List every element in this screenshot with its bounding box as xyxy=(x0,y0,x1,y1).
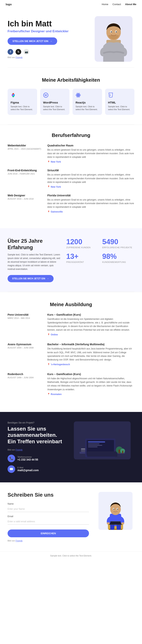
skills-title: Meine Arbeitsfähigkeiten xyxy=(7,77,135,83)
company-3: Florida Universität xyxy=(47,194,135,197)
form-email-label: Email xyxy=(7,515,89,518)
edu-left-1: Penn Universität MÄRZ 2014 – MAI 2014 xyxy=(7,313,42,336)
hero-freepik-link[interactable]: Freepik xyxy=(15,56,22,58)
instagram-icon[interactable]: 📷 xyxy=(23,49,29,55)
stat-label-3: PREISGEKRÖNT xyxy=(66,261,98,263)
edu-date-1: MÄRZ 2014 – MAI 2014 xyxy=(7,317,42,319)
company-1: Quadratischer Raum xyxy=(47,144,135,147)
skill-card-html: 5 HTML Sample text. Click to select the … xyxy=(105,89,135,115)
exp-desc-1: Bis zu einem gewissen Grad ist es uns ge… xyxy=(47,148,135,159)
form-email-input[interactable] xyxy=(7,518,89,524)
cta-section: Benötigen Sie ein Projekt? Lassen Sie un… xyxy=(0,412,142,482)
facebook-icon[interactable]: f xyxy=(7,49,13,55)
footer-text: Sample text. Click to select the Text El… xyxy=(50,554,92,557)
exp-right-1: Quadratischer Raum Bis zu einem gewissen… xyxy=(47,144,135,163)
cta-email-value: matt@gmail.com xyxy=(17,469,39,472)
nav-link-home[interactable]: Home xyxy=(102,3,108,6)
edu-desc-1: Gamification ist die Anwendung von Spiel… xyxy=(47,317,135,332)
svg-text:W: W xyxy=(45,94,47,97)
edu-desc-3: Ich habe die Highschool abgeschlossen un… xyxy=(47,377,135,392)
svg-rect-30 xyxy=(87,452,117,457)
form-name-input[interactable] xyxy=(7,506,89,512)
nav-link-contact[interactable]: Contact xyxy=(112,3,121,6)
svg-rect-34 xyxy=(122,451,123,454)
edu-left-3: Rodenborch AUGUST 1999 – JUNI 2004 xyxy=(7,372,42,396)
edu-date-3: AUGUST 1999 – JUNI 2004 xyxy=(7,376,42,379)
hero-socials: f 𝕏 📷 xyxy=(7,49,93,55)
exp-location-2: New York xyxy=(47,186,135,188)
stats-section: Über 25 Jahre Erfahrung Sample text. Cli… xyxy=(0,228,142,292)
svg-point-51 xyxy=(107,522,110,524)
cta-left: Benötigen Sie ein Projekt? Lassen Sie un… xyxy=(7,422,64,473)
svg-rect-27 xyxy=(88,444,99,444)
cta-laptop-image xyxy=(74,422,131,460)
hero-image-container xyxy=(93,16,135,62)
skill-desc-html: Sample text. Click to select the Text El… xyxy=(108,105,132,111)
exp-right-2: SiriusXM Bis zu einem gewissen Grad ist … xyxy=(47,169,135,188)
stats-desc: Sample text. Click to select the Text El… xyxy=(7,253,61,271)
nav-link-about[interactable]: About Me xyxy=(125,3,136,6)
exp-desc-3: Bis zu einem gewissen Grad ist es uns ge… xyxy=(47,198,135,209)
form-title: Schreiben Sie uns xyxy=(7,492,89,498)
stat-label-4: KUNDENBEWERTUNG xyxy=(102,261,135,263)
edu-left-2: Avans Gymnasium AUGUST 2004 – JUNI 2008 xyxy=(7,343,42,366)
stats-cta-button[interactable]: STELLEN SIE MICH JETZT EIN xyxy=(7,275,54,282)
form-submit-button[interactable]: EINREICHEN xyxy=(7,530,89,537)
twitter-icon[interactable]: 𝕏 xyxy=(15,49,21,55)
edu-right-3: Kurs – Gamification (Kurs) Ich habe die … xyxy=(47,372,135,396)
svg-point-11 xyxy=(12,94,13,96)
cta-phone-item: 📞 Telefonnummer +1 232 343 44 55 xyxy=(7,455,64,462)
cta-phone-text: Telefonnummer +1 232 343 44 55 xyxy=(17,456,38,461)
job-date-1: APRIL 2021 – 2023 (GEGENWART) xyxy=(7,148,42,150)
svg-point-7 xyxy=(111,31,112,32)
cta-right xyxy=(70,422,135,460)
footer: Sample text. Click to select the Text El… xyxy=(0,551,142,560)
exp-right-3: Florida Universität Bis zu einem gewisse… xyxy=(47,194,135,213)
cta-heading: Lassen Sie uns zusammenarbeiten. Ein Tre… xyxy=(7,426,64,445)
school-1: Penn Universität xyxy=(7,313,42,316)
skill-name-html: HTML xyxy=(108,101,132,104)
svg-rect-28 xyxy=(88,445,102,446)
cta-freepik-link[interactable]: Freepik xyxy=(15,448,22,451)
course-1: Kurs – Gamification (Kurs) xyxy=(47,313,135,316)
exp-row-1: Webentwickler APRIL 2021 – 2023 (GEGENWA… xyxy=(7,144,135,163)
edu-row-1: Penn Universität MÄRZ 2014 – MAI 2014 Ku… xyxy=(7,313,135,336)
form-freepik-link[interactable]: Freepik xyxy=(15,540,22,542)
stat-item-1: 1200 ZUFRIEDENE KUNDEN xyxy=(66,238,98,248)
figma-icon xyxy=(11,92,34,99)
edu-desc-2: Die Ausbildung bestand hauptsächlich aus… xyxy=(47,347,135,362)
company-2: SiriusXM xyxy=(47,169,135,172)
nav-logo[interactable]: logo xyxy=(6,3,12,6)
edu-date-2: AUGUST 2004 – JUNI 2008 xyxy=(7,346,42,349)
stat-num-2: 5490 xyxy=(102,238,135,246)
edu-location-1: Online xyxy=(47,333,135,336)
skill-desc-wordpress: Sample text. Click to select the Text El… xyxy=(43,105,67,111)
svg-point-49 xyxy=(113,508,114,510)
experience-title: Berufserfahrung xyxy=(7,132,135,138)
skill-name-react: Reactjs xyxy=(75,101,99,104)
form-group-email: Email xyxy=(7,515,89,524)
hero-title: Ich bin Matt xyxy=(7,19,93,28)
hero-cta-button[interactable]: STELLEN SIE MICH JETZT EIN xyxy=(7,38,57,45)
exp-left-2: Front-End-Entwicklung JUNI 2018 – FEBRUA… xyxy=(7,169,42,188)
hero-text: Ich bin Matt Freiberuflicher Designer un… xyxy=(7,19,93,58)
cta-image-credit: Bild von Freepik xyxy=(7,448,64,451)
form-person-image xyxy=(98,492,133,530)
job-date-2: JUNI 2018 – FEBRUAR 2021 xyxy=(7,173,42,175)
experience-section: Berufserfahrung Webentwickler APRIL 2021… xyxy=(0,124,142,228)
exp-location-1: New York xyxy=(47,160,135,163)
stat-num-3: 13+ xyxy=(66,252,98,260)
job-title-1: Webentwickler xyxy=(7,144,42,147)
hero-section: Ich bin Matt Freiberuflicher Designer un… xyxy=(0,8,142,68)
skill-card-figma: Figma Sample text. Click to select the T… xyxy=(7,89,37,115)
stats-right: 1200 ZUFRIEDENE KUNDEN 5490 ERFOLGREICHE… xyxy=(66,238,135,263)
svg-point-13 xyxy=(12,96,14,97)
stat-num-4: 98% xyxy=(102,252,135,260)
skills-grid: Figma Sample text. Click to select the T… xyxy=(7,89,135,115)
svg-marker-21 xyxy=(109,93,113,98)
stat-label-1: ZUFRIEDENE KUNDEN xyxy=(66,246,98,248)
hero-subtitle: Freiberuflicher Designer und Entwickler xyxy=(7,30,93,33)
edu-right-1: Kurs – Gamification (Kurs) Gamification … xyxy=(47,313,135,336)
stats-heading: Über 25 Jahre Erfahrung xyxy=(7,238,61,250)
svg-point-52 xyxy=(121,522,124,524)
